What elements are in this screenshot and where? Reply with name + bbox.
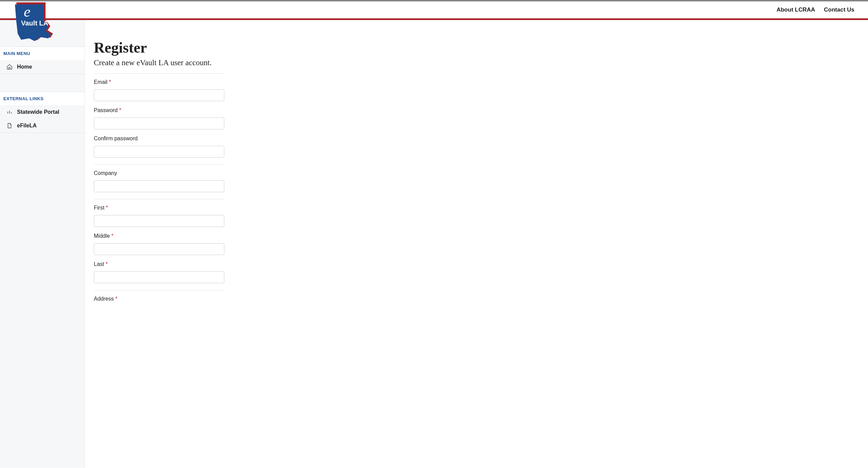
logo-e-text: e <box>24 3 31 20</box>
header-links: About LCRAA Contact Us <box>777 6 854 13</box>
logo[interactable]: e Vault LA <box>10 1 54 43</box>
email-input[interactable] <box>94 89 224 101</box>
bars-icon <box>6 109 13 115</box>
contact-us-link[interactable]: Contact Us <box>824 6 854 13</box>
confirm-password-input[interactable] <box>94 146 224 158</box>
sidebar-section-main-menu: MAIN MENU Home <box>0 47 85 74</box>
middle-input[interactable] <box>94 243 224 255</box>
file-icon <box>6 122 13 129</box>
page-title: Register <box>94 39 859 56</box>
register-form: Email * Password * Confirm password Comp… <box>94 73 224 302</box>
home-icon <box>6 64 13 70</box>
label-address: Address * <box>94 296 224 302</box>
field-middle: Middle * <box>94 233 224 261</box>
field-first: First * <box>94 205 224 233</box>
sidebar-item-label: Home <box>17 64 32 70</box>
label-middle: Middle * <box>94 233 224 239</box>
label-first: First * <box>94 205 224 211</box>
label-email: Email * <box>94 79 224 85</box>
sidebar-header-main-menu: MAIN MENU <box>0 47 85 60</box>
sidebar: e Vault LA MAIN MENU Home EXTERNAL LINKS <box>0 20 85 468</box>
field-last: Last * <box>94 261 224 290</box>
field-password: Password * <box>94 107 224 136</box>
sidebar-item-label: eFileLA <box>17 123 37 129</box>
last-input[interactable] <box>94 271 224 283</box>
page-subtitle: Create a new eVault LA user account. <box>94 58 859 67</box>
sidebar-section-external-links: EXTERNAL LINKS Statewide Portal <box>0 92 85 133</box>
field-company: Company <box>94 170 224 199</box>
sidebar-item-home[interactable]: Home <box>0 60 85 74</box>
content: Register Create a new eVault LA user acc… <box>85 20 868 468</box>
sidebar-item-efilela[interactable]: eFileLA <box>0 119 85 132</box>
field-confirm-password: Confirm password <box>94 136 224 165</box>
sidebar-item-statewide-portal[interactable]: Statewide Portal <box>0 105 85 119</box>
field-address: Address * <box>94 296 224 302</box>
company-input[interactable] <box>94 180 224 192</box>
about-lcraa-link[interactable]: About LCRAA <box>777 6 815 13</box>
header-bar: About LCRAA Contact Us <box>0 1 868 18</box>
sidebar-header-external-links: EXTERNAL LINKS <box>0 92 85 105</box>
evault-la-logo-icon: e Vault LA <box>10 1 54 42</box>
label-confirm-password: Confirm password <box>94 136 224 142</box>
sidebar-item-label: Statewide Portal <box>17 109 59 115</box>
logo-vaultla-text: Vault LA <box>21 19 48 27</box>
field-email: Email * <box>94 79 224 107</box>
label-password: Password * <box>94 107 224 113</box>
label-company: Company <box>94 170 224 176</box>
form-divider <box>94 73 224 74</box>
first-input[interactable] <box>94 215 224 227</box>
password-input[interactable] <box>94 118 224 129</box>
label-last: Last * <box>94 261 224 267</box>
